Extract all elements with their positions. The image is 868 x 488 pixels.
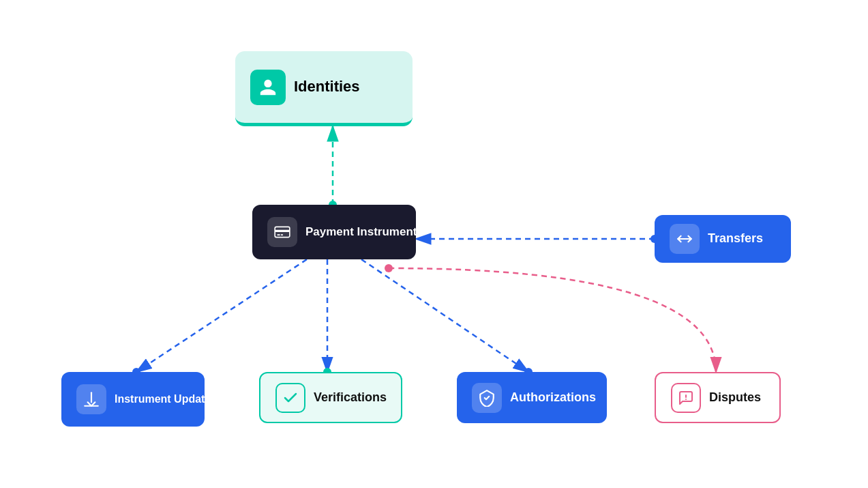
- verifications-label: Verifications: [314, 390, 387, 405]
- verifications-icon: [275, 383, 305, 413]
- node-instrument-updates[interactable]: Instrument Updates: [61, 372, 205, 427]
- authorizations-label: Authorizations: [510, 390, 596, 405]
- node-payment-instruments[interactable]: Payment Instruments: [252, 205, 416, 259]
- svg-rect-19: [277, 234, 280, 235]
- instrument-updates-icon: [76, 384, 106, 414]
- node-disputes[interactable]: Disputes: [655, 372, 781, 423]
- transfers-icon: [670, 224, 700, 254]
- disputes-label: Disputes: [709, 390, 761, 405]
- svg-point-13: [385, 264, 393, 272]
- svg-rect-18: [275, 230, 290, 232]
- diagram-container: Identities Payment Instruments Transfers: [0, 0, 868, 488]
- svg-line-2: [136, 259, 307, 372]
- node-authorizations[interactable]: Authorizations: [457, 372, 607, 423]
- payment-icon: [267, 217, 297, 247]
- authorizations-icon: [472, 383, 502, 413]
- instrument-updates-label: Instrument Updates: [115, 392, 217, 405]
- disputes-icon: [671, 383, 701, 413]
- identities-label: Identities: [294, 78, 360, 96]
- node-transfers[interactable]: Transfers: [655, 215, 791, 263]
- payment-label: Payment Instruments: [305, 225, 423, 239]
- node-identities[interactable]: Identities: [235, 51, 413, 126]
- identities-icon: [250, 70, 286, 105]
- svg-rect-20: [281, 234, 283, 235]
- transfers-label: Transfers: [708, 231, 763, 246]
- node-verifications[interactable]: Verifications: [259, 372, 402, 423]
- svg-line-4: [361, 259, 528, 372]
